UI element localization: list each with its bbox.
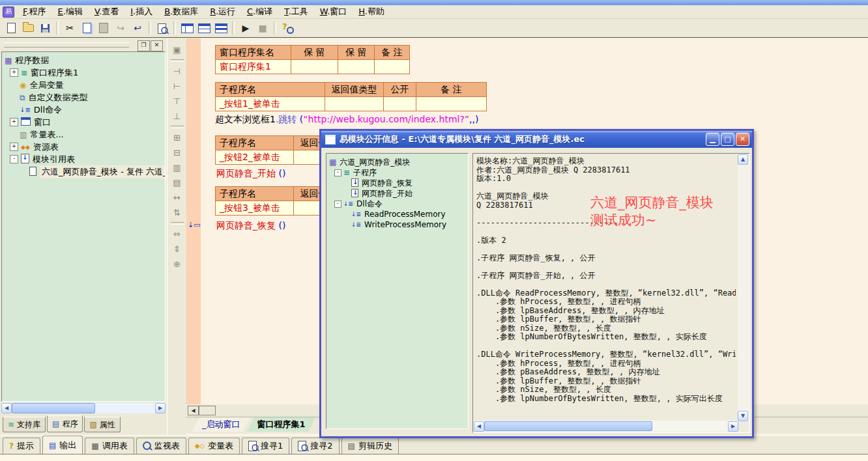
expander-icon[interactable]: -: [334, 169, 341, 176]
info-horizontal-scrollbar[interactable]: ◀ ▶: [474, 421, 738, 432]
tab-call-table[interactable]: ▦ 调用表: [85, 438, 134, 454]
tab-variable-table[interactable]: ◆◇ 变量表: [188, 438, 240, 454]
menu-database[interactable]: B.数据库: [158, 5, 204, 18]
expander-icon[interactable]: -: [10, 155, 18, 163]
info-vertical-scrollbar[interactable]: ▲ ▼: [738, 154, 749, 421]
tab-search-2[interactable]: 搜寻2: [291, 438, 339, 454]
tab-search-1[interactable]: 搜寻1: [242, 438, 289, 454]
close-icon[interactable]: ✕: [736, 133, 749, 146]
space-vertical-icon[interactable]: ⇅: [170, 206, 184, 219]
paste-icon[interactable]: [96, 21, 111, 35]
dialog-titlebar[interactable]: 易模块公开信息 - E:\六道专属模块\复件 六道_网页静音_模块.ec: [321, 131, 752, 148]
expander-icon[interactable]: -: [334, 201, 341, 208]
align-top-icon[interactable]: ⊤: [170, 94, 184, 108]
code-line-jump[interactable]: 超文本浏览框1.跳转 (“http://web.kugou.com/index.…: [215, 114, 478, 126]
scroll-up-icon[interactable]: ▲: [738, 154, 748, 165]
tab-program[interactable]: ▤ 程序: [47, 415, 83, 432]
tree-item-program-data[interactable]: ▦ 程序数据: [2, 54, 165, 66]
tree-item-custom-types[interactable]: ⧉ 自定义数据类型: [2, 91, 165, 104]
menu-insert[interactable]: I.插入: [124, 5, 158, 18]
tree-item-mute-restore[interactable]: 网页静音_恢复: [326, 178, 468, 188]
subroutine-table-1[interactable]: 子程序名返回值类型 公开备 注 _按钮1_被单击: [215, 82, 487, 111]
open-icon[interactable]: [20, 21, 36, 35]
panel-horizontal-scrollbar[interactable]: ◀ ▶: [1, 403, 166, 413]
align-left-icon[interactable]: ⊣: [170, 64, 184, 78]
scrollbar-thumb[interactable]: [199, 406, 216, 415]
window-layout-bottom-icon[interactable]: [196, 21, 212, 35]
maximize-icon[interactable]: □: [721, 133, 734, 146]
tree-item-subroutines[interactable]: - ≡ 子程序: [326, 167, 468, 178]
same-width-icon[interactable]: ▥: [170, 161, 184, 175]
code-line-mute-start[interactable]: 网页静音_开始 (): [216, 168, 285, 180]
space-horizontal-icon[interactable]: ↔: [170, 191, 184, 204]
tree-item-writeprocessmemory[interactable]: ↓≣ WriteProcessMemory: [326, 219, 468, 230]
menu-run[interactable]: R.运行: [204, 5, 241, 18]
tab-watch-table[interactable]: 监视表: [136, 438, 186, 454]
align-right-icon[interactable]: ⊢: [170, 79, 184, 93]
expander-icon[interactable]: +: [10, 118, 18, 126]
menu-tools[interactable]: T.工具: [278, 5, 314, 18]
table-row[interactable]: _按钮1_被单击: [216, 97, 487, 111]
save-icon[interactable]: [37, 21, 53, 35]
scroll-left-icon[interactable]: ◀: [474, 421, 484, 432]
menu-window[interactable]: W.窗口: [314, 5, 353, 18]
panel-grip[interactable]: [4, 42, 129, 48]
tree-item-dll-commands[interactable]: - ↓≣ Dll命令: [326, 199, 468, 209]
scroll-left-icon[interactable]: ◀: [188, 406, 199, 415]
stretch-height-icon[interactable]: ⇕: [170, 242, 184, 256]
scroll-right-icon[interactable]: ▶: [728, 421, 738, 432]
align-bottom-icon[interactable]: ⊥: [170, 109, 184, 123]
minimize-icon[interactable]: ▁: [706, 133, 719, 146]
menu-edit[interactable]: E.编辑: [52, 5, 89, 18]
tab-start-window[interactable]: _启动窗口: [192, 417, 251, 432]
undo-icon[interactable]: ↩: [130, 21, 145, 35]
same-height-icon[interactable]: ▤: [170, 176, 184, 189]
tree-item-module-refs[interactable]: - 模块引用表: [2, 153, 165, 165]
panel-close-icon[interactable]: ✕: [151, 40, 163, 51]
window-layout-split-icon[interactable]: [213, 21, 229, 35]
scroll-left-icon[interactable]: ◀: [1, 403, 12, 413]
scroll-down-icon[interactable]: ▼: [738, 411, 748, 421]
module-info-dialog[interactable]: 易模块公开信息 - E:\六道专属模块\复件 六道_网页静音_模块.ec ▁ □…: [319, 129, 754, 438]
menu-help[interactable]: H.帮助: [353, 5, 390, 18]
menu-compile[interactable]: C.编译: [241, 5, 278, 18]
expander-icon[interactable]: +: [10, 143, 18, 151]
window-assembly-table[interactable]: 窗口程序集名保 留 保 留备 注 窗口程序集1: [215, 45, 410, 74]
run-icon[interactable]: ▶: [238, 21, 253, 35]
scrollbar-thumb[interactable]: [484, 421, 652, 431]
tree-item-resources[interactable]: + ◆◆ 资源表: [2, 141, 165, 153]
tab-support-libs[interactable]: ≋ 支持库: [3, 417, 46, 432]
center-vertical-icon[interactable]: ⊟: [170, 146, 184, 160]
tab-window-assembly[interactable]: 窗口程序集1: [247, 417, 316, 432]
tree-item-dll-commands[interactable]: ↓≣ Dll命令: [2, 104, 165, 116]
panel-float-icon[interactable]: ❐: [137, 40, 150, 51]
find-preview-icon[interactable]: [154, 21, 170, 35]
module-info-panel[interactable]: 模块名称:六道_网页静音_模块 作者:六道_网页静音_模块 Q 22838176…: [472, 153, 750, 433]
scrollbar-thumb[interactable]: [12, 403, 95, 413]
same-size-icon[interactable]: ⊕: [170, 257, 184, 271]
center-horizontal-icon[interactable]: ⊞: [170, 131, 184, 145]
menu-program[interactable]: F.程序: [17, 5, 52, 18]
stop-icon[interactable]: ■: [255, 21, 270, 35]
redo-icon[interactable]: ↪: [113, 21, 128, 35]
tab-output[interactable]: ▤ 输出: [42, 436, 83, 454]
window-layout-left-icon[interactable]: [179, 21, 195, 35]
new-icon[interactable]: [3, 21, 19, 35]
tree-item-window[interactable]: + 窗口: [2, 116, 165, 128]
tree-item-module[interactable]: 六道_网页静音_模块 - 复件 六道_网: [2, 165, 165, 178]
tab-clip-history[interactable]: ▤ 剪辑历史: [341, 438, 399, 454]
tree-item-constants[interactable]: ▥ 常量表...: [2, 128, 165, 141]
tree-item-mute-start[interactable]: 网页静音_开始: [326, 188, 468, 199]
table-row[interactable]: 窗口程序集1: [216, 60, 410, 74]
scroll-right-icon[interactable]: ▶: [155, 403, 166, 413]
tree-item-module-root[interactable]: ▦ 六道_网页静音_模块: [326, 157, 468, 167]
panel-titlebar[interactable]: ❐ ✕: [0, 38, 167, 51]
tab-properties[interactable]: ▧ 属性: [84, 417, 120, 432]
tab-hints[interactable]: ? 提示: [3, 438, 40, 454]
arrange-window-icon[interactable]: ▣: [170, 43, 184, 57]
stretch-width-icon[interactable]: ⇔: [170, 227, 184, 241]
tree-item-global-vars[interactable]: ◉ 全局变量: [2, 79, 165, 91]
expander-icon[interactable]: +: [10, 68, 18, 77]
menu-view[interactable]: V.查看: [89, 5, 124, 18]
tree-item-window-assembly[interactable]: + ≡ 窗口程序集1: [2, 66, 165, 79]
